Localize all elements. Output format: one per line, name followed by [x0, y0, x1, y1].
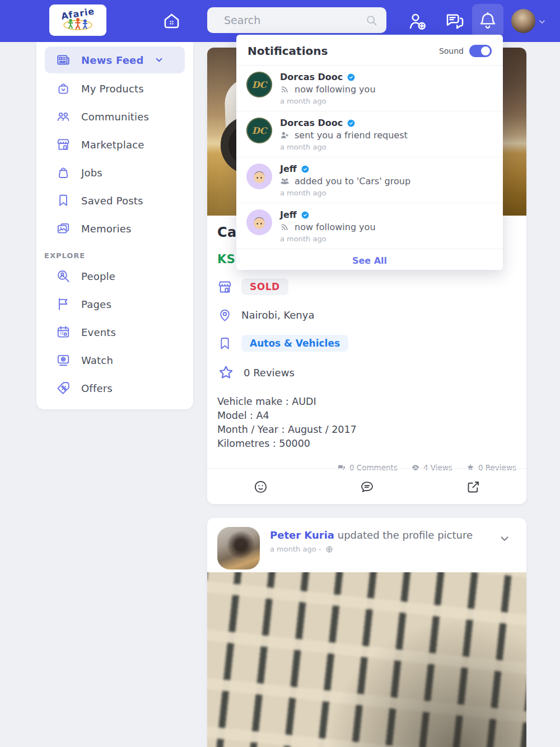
- detail-line: Month / Year : August / 2017: [217, 423, 516, 437]
- shopping-bag-icon: [56, 81, 71, 96]
- flag-icon: [56, 297, 71, 311]
- sold-badge: SOLD: [241, 278, 288, 295]
- search-bar: [207, 7, 386, 33]
- post-menu-chevron-icon[interactable]: [498, 533, 511, 545]
- notifications-bell-button[interactable]: [472, 4, 503, 38]
- sidebar-item-label: Pages: [81, 298, 111, 310]
- photos-icon: [56, 221, 71, 236]
- sidebar-item-memories[interactable]: Memories: [36, 214, 193, 242]
- comment-icon[interactable]: [360, 479, 375, 494]
- sidebar-item-communities[interactable]: Communities: [36, 102, 193, 130]
- sidebar-item-label: News Feed: [81, 54, 144, 66]
- verified-badge-icon: [347, 73, 356, 82]
- sidebar-item-label: Marketplace: [81, 139, 144, 151]
- profile-update-post-card: Peter Kuria updated the profile picture …: [207, 518, 526, 747]
- sidebar-item-events[interactable]: Events: [36, 318, 193, 346]
- notifications-title: Notifications: [248, 44, 328, 58]
- calendar-icon: [56, 325, 71, 339]
- reviews-count: 0 Reviews: [244, 367, 295, 379]
- left-sidebar: News Feed My Products Communities: [36, 42, 193, 409]
- notification-action: added you to 'Cars' group: [295, 176, 410, 186]
- boy-face-icon: [251, 214, 268, 231]
- sidebar-item-offers[interactable]: Offers: [36, 374, 193, 402]
- notification-avatar[interactable]: [246, 164, 272, 189]
- sidebar-item-my-products[interactable]: My Products: [36, 74, 193, 102]
- notification-name[interactable]: Jeff: [280, 209, 297, 220]
- page: Afarie: [0, 0, 560, 747]
- sidebar-item-label: My Products: [81, 83, 144, 95]
- sidebar-item-label: Events: [81, 326, 116, 338]
- post-meta: a month ago -: [270, 545, 333, 553]
- post-time: a month ago -: [270, 545, 321, 553]
- rss-icon: [280, 222, 290, 232]
- post-actions: [207, 468, 526, 505]
- notification-avatar[interactable]: [246, 209, 272, 235]
- notification-time: a month ago: [280, 189, 410, 197]
- verified-badge-icon: [301, 165, 310, 174]
- notification-action: now following you: [295, 84, 376, 95]
- add-friend-icon[interactable]: [407, 11, 427, 31]
- product-details: Vehicle make : AUDI Model : A4 Month / Y…: [217, 395, 516, 451]
- notification-name[interactable]: Jeff: [280, 164, 297, 174]
- user-avatar[interactable]: [511, 9, 535, 33]
- notification-name[interactable]: Dorcas Dooc: [280, 118, 343, 128]
- sidebar-item-marketplace[interactable]: Marketplace: [36, 130, 193, 158]
- share-icon[interactable]: [466, 479, 481, 494]
- newspaper-icon: [56, 53, 71, 67]
- sidebar-item-pages[interactable]: Pages: [36, 290, 193, 318]
- notification-item[interactable]: DC Dorcas Dooc sent you a friend request…: [236, 111, 503, 157]
- author-name-link[interactable]: Peter Kuria: [270, 529, 334, 541]
- globe-icon: [325, 545, 333, 553]
- rss-icon: [280, 85, 290, 94]
- product-location: Nairobi, Kenya: [241, 309, 314, 321]
- sidebar-item-jobs[interactable]: Jobs: [36, 158, 193, 186]
- storefront-icon: [56, 137, 71, 152]
- offer-tag-icon: [56, 381, 71, 395]
- profile-picture-photo[interactable]: [207, 572, 526, 747]
- person-plus-icon: [280, 130, 290, 140]
- post-header: Peter Kuria updated the profile picture …: [207, 518, 526, 572]
- notification-item[interactable]: Jeff now following you a month ago: [236, 203, 503, 249]
- notification-item[interactable]: DC Dorcas Dooc now following you a month…: [236, 66, 503, 111]
- sidebar-item-label: People: [81, 270, 115, 282]
- sidebar-item-saved-posts[interactable]: Saved Posts: [36, 186, 193, 214]
- bookmark-icon: [56, 193, 71, 208]
- sidebar-item-people[interactable]: People: [36, 262, 193, 290]
- notification-time: a month ago: [280, 143, 408, 151]
- location-pin-icon: [217, 307, 232, 323]
- watch-video-icon: [56, 353, 71, 367]
- notifications-header: Notifications Sound: [236, 35, 503, 66]
- sidebar-item-label: Saved Posts: [81, 195, 143, 207]
- notification-item[interactable]: Jeff added you to 'Cars' group a month a…: [236, 157, 503, 203]
- notification-action: sent you a friend request: [295, 130, 408, 141]
- building-image: [207, 572, 526, 747]
- verified-badge-icon: [347, 119, 356, 128]
- brand-logo[interactable]: Afarie: [49, 4, 106, 36]
- storefront-icon: [217, 279, 232, 295]
- home-icon[interactable]: [161, 11, 182, 31]
- notification-avatar[interactable]: DC: [246, 72, 272, 97]
- see-all-link[interactable]: See All: [236, 249, 503, 272]
- notifications-dropdown: Notifications Sound DC Dorcas Dooc now f…: [236, 35, 503, 270]
- product-category-chip[interactable]: Autos & Vehicles: [241, 335, 348, 352]
- sidebar-item-label: Jobs: [81, 167, 102, 179]
- post-action-text: updated the profile picture: [334, 529, 473, 541]
- bookmark-icon: [217, 336, 232, 351]
- search-input[interactable]: [223, 13, 365, 27]
- messages-icon[interactable]: [444, 11, 464, 31]
- react-smiley-icon[interactable]: [253, 479, 268, 494]
- notification-name[interactable]: Dorcas Dooc: [280, 72, 343, 82]
- briefcase-icon: [56, 165, 71, 180]
- notification-action: now following you: [295, 222, 376, 232]
- sidebar-item-watch[interactable]: Watch: [36, 346, 193, 374]
- notification-avatar[interactable]: DC: [246, 118, 272, 143]
- author-avatar[interactable]: [217, 527, 260, 569]
- chevron-down-icon[interactable]: [538, 17, 547, 26]
- search-icon[interactable]: [365, 14, 377, 26]
- sidebar-item-label: Watch: [81, 354, 113, 366]
- sidebar-item-news-feed[interactable]: News Feed: [45, 46, 185, 73]
- search-person-icon: [56, 269, 71, 283]
- users-group-icon: [280, 176, 290, 186]
- star-icon[interactable]: [217, 364, 235, 381]
- sound-toggle[interactable]: [469, 45, 492, 57]
